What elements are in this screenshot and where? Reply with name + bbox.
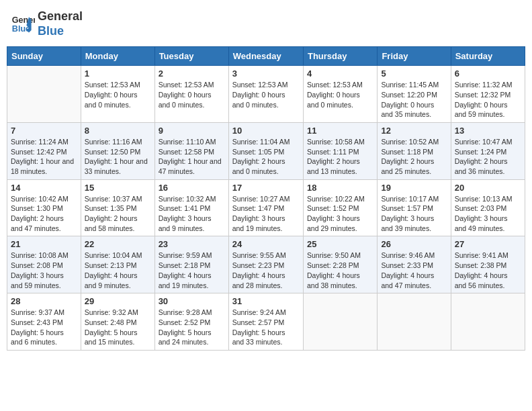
- weekday-header-friday: Friday: [378, 47, 451, 66]
- day-number: 20: [455, 183, 521, 193]
- calendar-cell: 14Sunrise: 10:42 AM Sunset: 1:30 PM Dayl…: [7, 179, 81, 236]
- calendar-cell: 31Sunrise: 9:24 AM Sunset: 2:57 PM Dayli…: [228, 293, 303, 351]
- weekday-header-monday: Monday: [81, 47, 154, 66]
- day-number: 28: [11, 296, 77, 306]
- calendar-cell: 17Sunrise: 10:27 AM Sunset: 1:47 PM Dayl…: [228, 179, 303, 236]
- calendar-cell: 9Sunrise: 11:10 AM Sunset: 12:58 PM Dayl…: [154, 122, 228, 179]
- calendar-cell: 6Sunrise: 11:32 AM Sunset: 12:32 PM Dayl…: [451, 66, 525, 123]
- day-number: 3: [232, 68, 300, 79]
- day-info: Sunrise: 9:37 AM Sunset: 2:43 PM Dayligh…: [11, 308, 77, 347]
- day-number: 17: [232, 183, 300, 193]
- calendar-cell: 16Sunrise: 10:32 AM Sunset: 1:41 PM Dayl…: [154, 179, 228, 236]
- calendar-cell: 19Sunrise: 10:17 AM Sunset: 1:57 PM Dayl…: [378, 179, 451, 236]
- day-info: Sunrise: 9:55 AM Sunset: 2:23 PM Dayligh…: [232, 250, 300, 290]
- weekday-header-wednesday: Wednesday: [228, 47, 303, 66]
- day-info: Sunrise: 9:50 AM Sunset: 2:28 PM Dayligh…: [307, 250, 373, 290]
- day-info: Sunrise: 10:13 AM Sunset: 2:03 PM Daylig…: [455, 194, 521, 234]
- day-number: 21: [11, 239, 77, 249]
- calendar-cell: 20Sunrise: 10:13 AM Sunset: 2:03 PM Dayl…: [451, 179, 525, 236]
- weekday-header-saturday: Saturday: [451, 47, 525, 66]
- week-row-2: 7Sunrise: 11:24 AM Sunset: 12:42 PM Dayl…: [7, 122, 525, 179]
- day-info: Sunset: 12:53 AM Daylight: 0 hours and 0…: [307, 80, 373, 109]
- day-info: Sunrise: 10:17 AM Sunset: 1:57 PM Daylig…: [381, 194, 447, 234]
- logo: General Blue General Blue: [11, 9, 83, 38]
- day-info: Sunrise: 11:45 AM Sunset: 12:20 PM Dayli…: [381, 80, 447, 120]
- day-number: 6: [455, 68, 521, 79]
- day-info: Sunrise: 10:52 AM Sunset: 1:18 PM Daylig…: [381, 137, 447, 177]
- calendar-cell: [303, 293, 377, 351]
- calendar-cell: 15Sunrise: 10:37 AM Sunset: 1:35 PM Dayl…: [81, 179, 154, 236]
- day-number: 22: [85, 239, 151, 249]
- day-number: 7: [11, 126, 77, 136]
- day-number: 27: [455, 239, 521, 249]
- calendar-cell: 21Sunrise: 10:08 AM Sunset: 2:08 PM Dayl…: [7, 236, 81, 293]
- week-row-4: 21Sunrise: 10:08 AM Sunset: 2:08 PM Dayl…: [7, 236, 525, 293]
- day-info: Sunrise: 9:46 AM Sunset: 2:33 PM Dayligh…: [381, 250, 447, 290]
- calendar-cell: 5Sunrise: 11:45 AM Sunset: 12:20 PM Dayl…: [378, 66, 451, 123]
- day-info: Sunrise: 10:32 AM Sunset: 1:41 PM Daylig…: [159, 194, 225, 234]
- day-info: Sunrise: 11:24 AM Sunset: 12:42 PM Dayli…: [11, 137, 77, 177]
- day-number: 4: [307, 68, 373, 79]
- calendar-cell: 28Sunrise: 9:37 AM Sunset: 2:43 PM Dayli…: [7, 293, 81, 351]
- calendar-cell: [451, 293, 525, 351]
- day-number: 11: [307, 126, 373, 136]
- calendar-cell: 24Sunrise: 9:55 AM Sunset: 2:23 PM Dayli…: [228, 236, 303, 293]
- day-number: 18: [307, 183, 373, 193]
- day-number: 26: [381, 239, 447, 249]
- day-number: 23: [159, 239, 225, 249]
- day-info: Sunrise: 10:04 AM Sunset: 2:13 PM Daylig…: [85, 250, 151, 290]
- day-info: Sunrise: 9:32 AM Sunset: 2:48 PM Dayligh…: [85, 308, 151, 347]
- day-number: 15: [85, 183, 151, 193]
- day-info: Sunrise: 11:10 AM Sunset: 12:58 PM Dayli…: [159, 137, 225, 177]
- calendar-cell: 29Sunrise: 9:32 AM Sunset: 2:48 PM Dayli…: [81, 293, 154, 351]
- calendar-cell: 2Sunset: 12:53 AM Daylight: 0 hours and …: [154, 66, 228, 123]
- calendar-cell: 4Sunset: 12:53 AM Daylight: 0 hours and …: [303, 66, 377, 123]
- day-info: Sunrise: 11:16 AM Sunset: 12:50 PM Dayli…: [85, 137, 151, 177]
- day-number: 30: [159, 296, 225, 306]
- logo-icon: General Blue: [11, 12, 35, 36]
- day-info: Sunrise: 10:42 AM Sunset: 1:30 PM Daylig…: [11, 194, 77, 234]
- calendar-cell: 22Sunrise: 10:04 AM Sunset: 2:13 PM Dayl…: [81, 236, 154, 293]
- calendar-cell: [7, 66, 81, 123]
- week-row-5: 28Sunrise: 9:37 AM Sunset: 2:43 PM Dayli…: [7, 293, 525, 351]
- day-info: Sunrise: 10:47 AM Sunset: 1:24 PM Daylig…: [455, 137, 521, 177]
- day-number: 24: [232, 239, 300, 249]
- day-info: Sunrise: 9:41 AM Sunset: 2:38 PM Dayligh…: [455, 250, 521, 290]
- day-number: 29: [85, 296, 151, 306]
- calendar-cell: 10Sunrise: 11:04 AM Sunset: 1:05 PM Dayl…: [228, 122, 303, 179]
- calendar-cell: 12Sunrise: 10:52 AM Sunset: 1:18 PM Dayl…: [378, 122, 451, 179]
- calendar-cell: 27Sunrise: 9:41 AM Sunset: 2:38 PM Dayli…: [451, 236, 525, 293]
- day-info: Sunset: 12:53 AM Daylight: 0 hours and 0…: [85, 80, 151, 109]
- week-row-1: 1Sunset: 12:53 AM Daylight: 0 hours and …: [7, 66, 525, 123]
- calendar-cell: 23Sunrise: 9:59 AM Sunset: 2:18 PM Dayli…: [154, 236, 228, 293]
- weekday-header-thursday: Thursday: [303, 47, 377, 66]
- calendar-cell: 1Sunset: 12:53 AM Daylight: 0 hours and …: [81, 66, 154, 123]
- day-number: 5: [381, 68, 447, 79]
- day-number: 13: [455, 126, 521, 136]
- weekday-header-sunday: Sunday: [7, 47, 81, 66]
- day-info: Sunrise: 9:28 AM Sunset: 2:52 PM Dayligh…: [159, 308, 225, 347]
- day-number: 16: [159, 183, 225, 193]
- day-number: 10: [232, 126, 300, 136]
- day-number: 12: [381, 126, 447, 136]
- day-number: 25: [307, 239, 373, 249]
- day-info: Sunrise: 11:04 AM Sunset: 1:05 PM Daylig…: [232, 137, 300, 177]
- day-info: Sunrise: 10:37 AM Sunset: 1:35 PM Daylig…: [85, 194, 151, 234]
- day-info: Sunrise: 10:22 AM Sunset: 1:52 PM Daylig…: [307, 194, 373, 234]
- day-number: 14: [11, 183, 77, 193]
- day-info: Sunset: 12:53 AM Daylight: 0 hours and 0…: [159, 80, 225, 109]
- calendar-cell: 7Sunrise: 11:24 AM Sunset: 12:42 PM Dayl…: [7, 122, 81, 179]
- weekday-header-tuesday: Tuesday: [154, 47, 228, 66]
- calendar-cell: 26Sunrise: 9:46 AM Sunset: 2:33 PM Dayli…: [378, 236, 451, 293]
- day-info: Sunrise: 9:24 AM Sunset: 2:57 PM Dayligh…: [232, 308, 300, 347]
- week-row-3: 14Sunrise: 10:42 AM Sunset: 1:30 PM Dayl…: [7, 179, 525, 236]
- day-info: Sunrise: 9:59 AM Sunset: 2:18 PM Dayligh…: [159, 250, 225, 290]
- day-number: 31: [232, 296, 300, 306]
- day-info: Sunrise: 11:32 AM Sunset: 12:32 PM Dayli…: [455, 80, 521, 120]
- logo-general: General: [38, 9, 83, 24]
- weekday-header-row: SundayMondayTuesdayWednesdayThursdayFrid…: [7, 47, 525, 66]
- calendar-cell: 8Sunrise: 11:16 AM Sunset: 12:50 PM Dayl…: [81, 122, 154, 179]
- calendar-cell: 30Sunrise: 9:28 AM Sunset: 2:52 PM Dayli…: [154, 293, 228, 351]
- day-number: 8: [85, 126, 151, 136]
- logo-blue: Blue: [38, 24, 83, 39]
